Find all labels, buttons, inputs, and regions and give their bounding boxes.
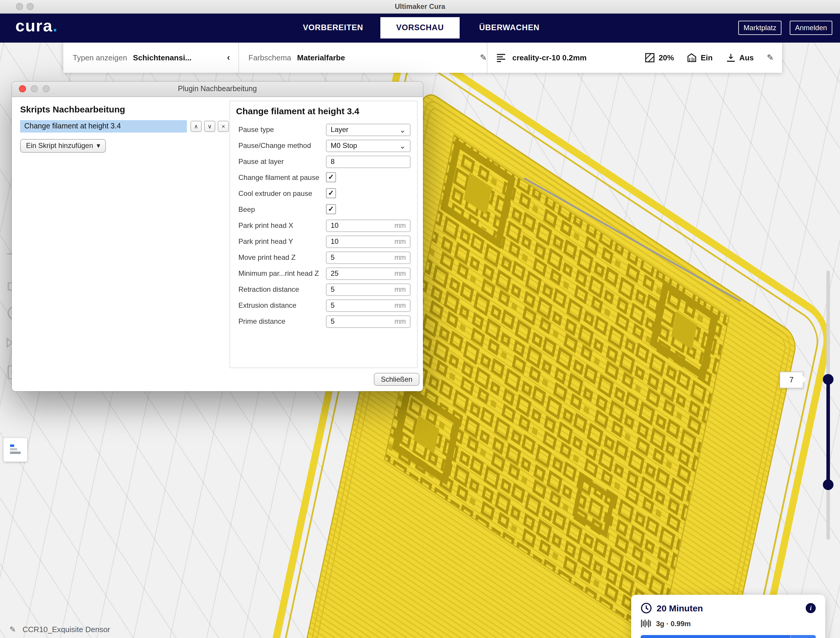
move-script-down-button[interactable]: ∨ (204, 121, 215, 132)
rename-model-icon[interactable]: ✎ (9, 625, 16, 634)
move-head-z-input[interactable]: 5 mm (326, 252, 411, 264)
app-header: cura. VORBEREITEN VORSCHAU ÜBERWACHEN Ma… (0, 13, 840, 43)
collapse-chevron-icon[interactable]: ‹ (227, 52, 230, 63)
field-label: Retraction distance (238, 285, 299, 294)
profile-layers-icon (496, 52, 506, 63)
minimum-park-head-z-input[interactable]: 25 mm (326, 268, 411, 280)
unit-label: mm (395, 252, 406, 263)
os-titlebar: Ultimaker Cura (0, 0, 840, 14)
pause-method-select[interactable]: M0 Stop ⌄ (326, 140, 411, 152)
edit-view-pencil-icon[interactable]: ✎ (480, 53, 487, 62)
infill-icon (645, 52, 655, 62)
layers-legend-icon (8, 443, 22, 457)
info-icon[interactable]: i (806, 603, 816, 613)
adhesion-value: Aus (739, 53, 754, 62)
view-type-selector[interactable]: Typen anzeigen Schichtenansi... ‹ (63, 42, 238, 73)
material-usage: 3g · 0.99m (656, 619, 691, 628)
color-scheme-label: Farbschema (248, 53, 291, 62)
unit-label: mm (395, 268, 406, 279)
print-settings-summary[interactable]: creality-cr-10 0.2mm 20% Ein Aus ✎ (488, 42, 782, 73)
layer-number-tooltip: 7 (780, 372, 803, 388)
post-processing-dialog: Plugin Nachbearbeitung Skripts Nachbearb… (12, 82, 423, 391)
scripts-heading: Skripts Nachbearbeitung (20, 104, 125, 114)
edit-print-settings-pencil-icon[interactable]: ✎ (767, 53, 774, 62)
field-label: Pause at layer (238, 157, 284, 166)
change-filament-checkbox[interactable]: ✓ (326, 172, 336, 182)
unit-label: mm (395, 220, 406, 231)
tab-monitor[interactable]: ÜBERWACHEN (479, 13, 540, 43)
infill-value: 20% (659, 53, 674, 62)
prime-distance-input[interactable]: 5 mm (326, 315, 411, 328)
field-label: Move print head Z (238, 253, 295, 261)
dialog-titlebar[interactable]: Plugin Nachbearbeitung (12, 82, 423, 97)
field-label: Beep (238, 205, 255, 214)
view-type-label: Typen anzeigen (73, 53, 127, 62)
support-summary: Ein (687, 52, 712, 62)
print-summary-panel: 20 Minuten i 3g · 0.99m Print with OctoP… (631, 595, 825, 638)
marketplace-button[interactable]: Marktplatz (738, 21, 782, 35)
field-label: Extrusion distance (238, 301, 296, 310)
field-label: Pause type (238, 125, 274, 134)
unit-label: mm (395, 284, 406, 295)
beep-checkbox[interactable]: ✓ (326, 204, 336, 214)
support-icon (687, 52, 697, 62)
layer-slider-range[interactable] (826, 379, 830, 485)
print-with-octoprint-button[interactable]: Print with OctoPrint ⌄ (641, 635, 816, 638)
unit-label: mm (395, 316, 406, 327)
field-label: Minimum par...rint head Z (238, 269, 319, 277)
field-label: Change filament at pause (238, 173, 319, 182)
material-spool-icon (641, 619, 651, 628)
field-label: Park print head X (238, 222, 293, 230)
layers-legend-button[interactable] (3, 438, 27, 462)
script-settings-panel: Change filament at height 3.4 Pause type… (229, 101, 418, 368)
retraction-distance-input[interactable]: 5 mm (326, 283, 411, 296)
adhesion-summary: Aus (726, 52, 754, 62)
add-script-dropdown-icon: ▾ (97, 140, 100, 152)
field-label: Cool extruder on pause (238, 189, 312, 198)
field-label: Park print head Y (238, 237, 293, 245)
cura-app: 7 ✎ CCR10_Exquisite Densor 40.0 x 80.0 x… (0, 0, 840, 638)
sign-in-button[interactable]: Anmelden (790, 21, 832, 35)
pause-at-layer-input[interactable]: 8 (326, 156, 411, 168)
remove-script-button[interactable]: × (218, 121, 229, 132)
color-scheme-value[interactable]: Materialfarbe (297, 53, 345, 62)
close-dialog-button[interactable]: Schließen (374, 373, 419, 386)
printer-profile-value[interactable]: creality-cr-10 0.2mm (512, 53, 587, 62)
chevron-down-icon: ⌄ (399, 124, 406, 136)
view-type-value[interactable]: Schichtenansi... (133, 53, 192, 62)
unit-label: mm (395, 300, 406, 311)
dialog-title: Plugin Nachbearbeitung (12, 82, 423, 97)
adhesion-icon (726, 52, 736, 62)
model-name: CCR10_Exquisite Densor (22, 625, 110, 634)
park-head-x-input[interactable]: 10 mm (326, 220, 411, 232)
selected-script-item[interactable]: Change filament at height 3.4 (20, 120, 187, 133)
print-time: 20 Minuten (657, 603, 703, 613)
add-script-button[interactable]: Ein Skript hinzufügen ▾ (20, 139, 106, 153)
move-script-up-button[interactable]: ∧ (191, 121, 202, 132)
field-label: Pause/Change method (238, 141, 311, 150)
extrusion-distance-input[interactable]: 5 mm (326, 299, 411, 312)
window-title: Ultimaker Cura (0, 0, 840, 13)
color-scheme-selector[interactable]: Farbschema Materialfarbe ✎ (239, 42, 487, 73)
preview-toolbar: Typen anzeigen Schichtenansi... ‹ Farbsc… (63, 42, 782, 73)
tab-preview[interactable]: VORSCHAU (381, 17, 459, 38)
chevron-down-icon: ⌄ (399, 140, 406, 152)
infill-summary: 20% (645, 52, 674, 62)
cool-extruder-checkbox[interactable]: ✓ (326, 188, 336, 198)
layer-slider-bottom-handle[interactable] (823, 480, 834, 490)
unit-label: mm (395, 236, 406, 247)
layer-slider-top-handle[interactable] (823, 374, 834, 385)
print-options-chevron-icon[interactable]: ⌄ (790, 635, 816, 638)
support-value: Ein (701, 53, 712, 62)
tab-prepare[interactable]: VORBEREITEN (303, 13, 363, 43)
clock-icon (641, 603, 652, 614)
park-head-y-input[interactable]: 10 mm (326, 236, 411, 248)
cura-logo: cura. (16, 17, 58, 35)
pause-type-select[interactable]: Layer ⌄ (326, 124, 411, 136)
field-label: Prime distance (238, 317, 286, 326)
script-settings-heading: Change filament at height 3.4 (236, 106, 359, 116)
